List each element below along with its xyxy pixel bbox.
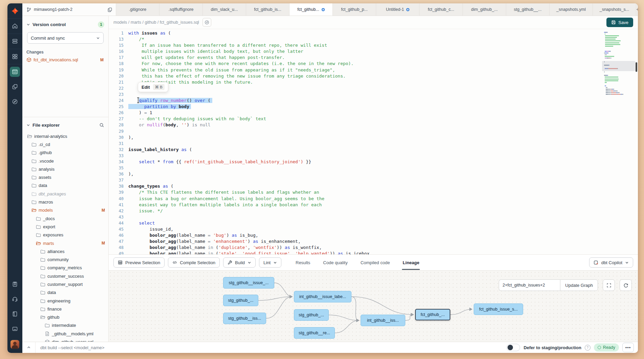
tab-code-quality[interactable]: Code quality <box>322 258 348 267</box>
sidebar-item-projects[interactable] <box>7 34 22 49</box>
code-line-32[interactable]: 32issue_label_history as ( <box>109 147 638 153</box>
tab--gitignore[interactable]: .gitignore <box>116 3 159 16</box>
code-line-15[interactable]: 15 If an issue has been transferred to a… <box>109 42 638 48</box>
sidebar-item-support[interactable] <box>7 292 22 307</box>
editor-scrollbar-thumb[interactable] <box>636 62 637 72</box>
tab-fct_github_p-[interactable]: fct_github_p... <box>333 3 376 16</box>
tab-lineage[interactable]: Lineage <box>402 258 420 267</box>
lineage-node-stg_github__iss-[interactable]: stg_github__iss... <box>223 313 266 324</box>
tree-item-github[interactable]: github <box>22 313 108 321</box>
tab-fct_github_is-[interactable]: fct_github_is... <box>246 3 289 16</box>
code-line-48[interactable]: 48 boolor_agg(label_name in ('duplicate'… <box>109 245 638 251</box>
lineage-node-stg_github__re-[interactable]: stg_github__re... <box>294 327 335 339</box>
tree-item-assets[interactable]: assets <box>22 173 108 181</box>
code-line-49[interactable]: 49 boolor_agg(label_name in ('stale', 'g… <box>109 251 638 254</box>
tab--sqlfluffignore[interactable]: .sqlfluffignore <box>159 3 203 16</box>
command-input[interactable]: dbt build --select <model_name> <box>40 345 104 350</box>
code-line-46[interactable]: 46 boolor_agg(label_name = 'bug') as is_… <box>109 232 638 238</box>
tree-item-alliances[interactable]: alliances <box>22 247 108 255</box>
sidebar-item-tasks[interactable] <box>7 277 22 292</box>
code-line-30[interactable]: 30), <box>109 134 638 141</box>
refresh-graph-button[interactable] <box>620 279 632 291</box>
code-area[interactable]: 1with issues as (13 /*15 If an issue has… <box>109 29 638 254</box>
code-line-41[interactable]: 41 easiest way to flatten multiple label… <box>109 202 638 208</box>
tree-item-dim_github_users.sql[interactable]: dim_github_users.sql <box>22 338 108 342</box>
file-explorer-header[interactable]: File explorer <box>26 120 104 130</box>
tree-item-customer_success[interactable]: customer_success <box>22 272 108 280</box>
tab-dim_slack_u-[interactable]: dim_slack_u... <box>203 3 246 16</box>
tree-item-.vscode[interactable]: .vscode <box>22 157 108 165</box>
copy-icon[interactable] <box>107 7 112 12</box>
tree-item-macros[interactable]: macros <box>22 198 108 206</box>
tree-item-data[interactable]: data <box>22 182 108 190</box>
collapse-command-bar-button[interactable] <box>22 342 36 353</box>
tree-item-internal-analytics[interactable]: internal-analytics <box>22 132 108 140</box>
tree-item-company_metrics[interactable]: company_metrics <box>22 264 108 272</box>
build-button[interactable]: Build <box>223 257 256 268</box>
update-graph-button[interactable]: Update Graph <box>560 279 598 291</box>
search-icon[interactable] <box>99 123 104 128</box>
user-avatar[interactable] <box>10 340 19 349</box>
code-line-24[interactable]: 24 qualify row_number() over ( <box>109 98 638 104</box>
tab-Untitled-1[interactable]: Untitled-1 <box>376 3 420 16</box>
new-tab-button[interactable]: + <box>636 3 638 16</box>
code-line-44[interactable]: 44 select <box>109 220 638 226</box>
tree-item-_docs[interactable]: _docs <box>22 214 108 223</box>
code-line-38[interactable]: 38change_types as ( <box>109 183 638 189</box>
tab-compiled-code[interactable]: Compiled code <box>360 258 391 267</box>
code-editor[interactable]: 1with issues as (13 /*15 If an issue has… <box>109 29 638 254</box>
code-line-23[interactable]: 23 <box>109 91 638 98</box>
code-line-18[interactable]: 18 For now, choose the one with more rec… <box>109 61 638 67</box>
code-line-26[interactable]: 26 ) = 1 <box>109 110 638 116</box>
tab-fct_github-[interactable]: fct_github... <box>289 3 333 16</box>
tree-item-engineering[interactable]: engineering <box>22 297 108 305</box>
sidebar-item-home[interactable] <box>7 19 22 34</box>
tree-item-community[interactable]: community <box>22 255 108 263</box>
code-line-19[interactable]: 19 While this prevents the old issue fro… <box>109 67 638 73</box>
version-control-header[interactable]: Version control 1 <box>26 19 104 29</box>
sidebar-item-explore[interactable] <box>7 94 22 109</box>
minimap-viewport[interactable] <box>602 61 635 71</box>
code-line-33[interactable]: 33 <box>109 153 638 159</box>
edit-popup[interactable]: Edit ⌘ B <box>138 82 168 92</box>
lineage-node-stg_github_-[interactable]: stg_github_... <box>223 295 258 306</box>
code-line-47[interactable]: 47 boolor_agg(label_name = 'enhancement'… <box>109 238 638 245</box>
code-line-36[interactable]: 36), <box>109 171 638 177</box>
commit-and-sync-dropdown[interactable]: Commit and sync <box>27 32 104 44</box>
tree-item-.ci_cd[interactable]: .ci_cd <box>22 140 108 148</box>
lineage-search-input[interactable] <box>499 279 560 291</box>
tree-item-.github[interactable]: .github <box>22 149 108 157</box>
tree-item-customer_support[interactable]: customer_support <box>22 280 108 288</box>
code-line-34[interactable]: 34 select * from {{ ref('int_github__iss… <box>109 159 638 165</box>
lint-button[interactable]: Lint <box>259 257 281 268</box>
code-line-37[interactable]: 37 <box>109 177 638 183</box>
minimap[interactable] <box>604 32 632 96</box>
code-line-28[interactable]: 28 or nullif(body, '') is null <box>109 122 638 128</box>
tree-item-_github__models.yml[interactable]: _github__models.yml <box>22 330 108 338</box>
preview-selection-button[interactable]: Preview Selection <box>113 257 165 268</box>
tree-item-intermediate[interactable]: intermediate <box>22 321 108 330</box>
lineage-node-stg_github__issue_-[interactable]: stg_github__issue_... <box>223 277 274 289</box>
sidebar-item-ide[interactable] <box>7 64 22 79</box>
code-line-17[interactable]: 17 will get updates for events that happ… <box>109 55 638 61</box>
lineage-node-fct_github_issue_s-[interactable]: fct_github_issue_s... <box>474 303 523 315</box>
branch-selector[interactable]: mirnawong1-patch-2 <box>22 3 116 16</box>
code-line-43[interactable]: 43 <box>109 214 638 220</box>
tree-item-marts[interactable]: martsM <box>22 239 108 247</box>
code-line-35[interactable]: 35 <box>109 165 638 171</box>
code-line-13[interactable]: 13 /* <box>109 36 638 42</box>
tree-item-export[interactable]: export <box>22 223 108 231</box>
code-line-27[interactable]: 27 -- don't try deduping issues with no … <box>109 116 638 122</box>
fullscreen-button[interactable] <box>603 279 615 291</box>
tab-dim_github_-[interactable]: dim_github_... <box>463 3 506 16</box>
tree-item-models[interactable]: modelsM <box>22 206 108 214</box>
lineage-node-fct_github_-[interactable]: fct_github_... <box>415 309 450 320</box>
dbt-copilot-button[interactable]: dbt Copilot <box>589 257 633 268</box>
tree-item-dbt_packages[interactable]: dbt_packages <box>22 190 108 198</box>
tree-item-data[interactable]: data <box>22 289 108 297</box>
code-line-21[interactable]: 21 Let's revisit this modeling in the fu… <box>109 79 638 85</box>
defer-toggle[interactable] <box>507 344 520 351</box>
tab-_snapshots_s-[interactable]: _snapshots_s... <box>593 3 636 16</box>
tree-item-finance[interactable]: finance <box>22 305 108 313</box>
sidebar-item-docs[interactable] <box>7 307 22 321</box>
